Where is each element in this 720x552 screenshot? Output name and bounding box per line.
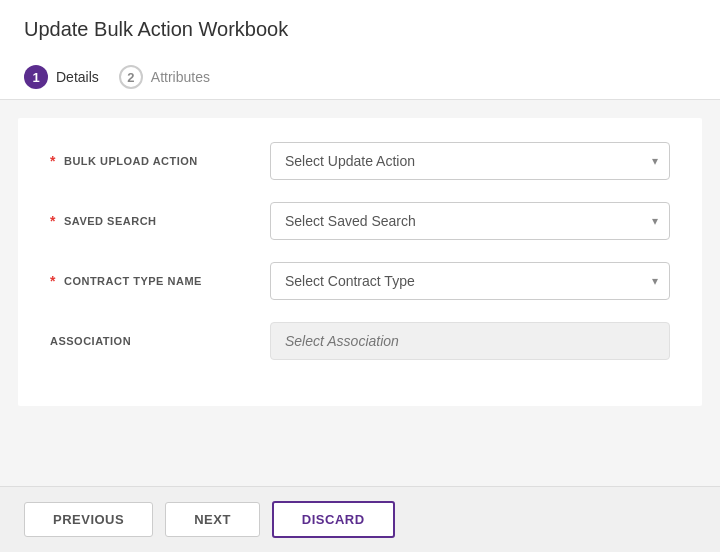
required-star-3: * (50, 273, 56, 289)
field-row-association: ASSOCIATION (50, 322, 670, 360)
select-wrapper-contract-type: Select Contract Type ▾ (270, 262, 670, 300)
field-row-saved-search: * SAVED SEARCH Select Saved Search ▾ (50, 202, 670, 240)
tab-details-badge: 1 (24, 65, 48, 89)
previous-button[interactable]: PREVIOUS (24, 502, 153, 537)
main-content: * BULK UPLOAD ACTION Select Update Actio… (0, 100, 720, 486)
tab-attributes-badge: 2 (119, 65, 143, 89)
label-association: ASSOCIATION (50, 335, 270, 347)
field-row-bulk-upload-action: * BULK UPLOAD ACTION Select Update Actio… (50, 142, 670, 180)
footer: PREVIOUS NEXT DISCARD (0, 486, 720, 552)
control-saved-search: Select Saved Search ▾ (270, 202, 670, 240)
control-association (270, 322, 670, 360)
control-contract-type-name: Select Contract Type ▾ (270, 262, 670, 300)
input-association (270, 322, 670, 360)
field-row-contract-type-name: * CONTRACT TYPE NAME Select Contract Typ… (50, 262, 670, 300)
page-header: Update Bulk Action Workbook 1 Details 2 … (0, 0, 720, 100)
select-saved-search[interactable]: Select Saved Search (270, 202, 670, 240)
label-contract-type-name: * CONTRACT TYPE NAME (50, 273, 270, 289)
required-star-1: * (50, 153, 56, 169)
select-wrapper-bulk-upload-action: Select Update Action ▾ (270, 142, 670, 180)
select-bulk-upload-action[interactable]: Select Update Action (270, 142, 670, 180)
form-card: * BULK UPLOAD ACTION Select Update Actio… (18, 118, 702, 406)
page-title: Update Bulk Action Workbook (24, 18, 696, 41)
tab-attributes-label: Attributes (151, 69, 210, 85)
required-star-2: * (50, 213, 56, 229)
control-bulk-upload-action: Select Update Action ▾ (270, 142, 670, 180)
tab-details[interactable]: 1 Details (24, 55, 119, 99)
label-saved-search: * SAVED SEARCH (50, 213, 270, 229)
select-wrapper-saved-search: Select Saved Search ▾ (270, 202, 670, 240)
tab-bar: 1 Details 2 Attributes (24, 55, 696, 99)
next-button[interactable]: NEXT (165, 502, 260, 537)
discard-button[interactable]: DISCARD (272, 501, 395, 538)
label-bulk-upload-action: * BULK UPLOAD ACTION (50, 153, 270, 169)
tab-details-label: Details (56, 69, 99, 85)
tab-attributes[interactable]: 2 Attributes (119, 55, 230, 99)
select-contract-type[interactable]: Select Contract Type (270, 262, 670, 300)
